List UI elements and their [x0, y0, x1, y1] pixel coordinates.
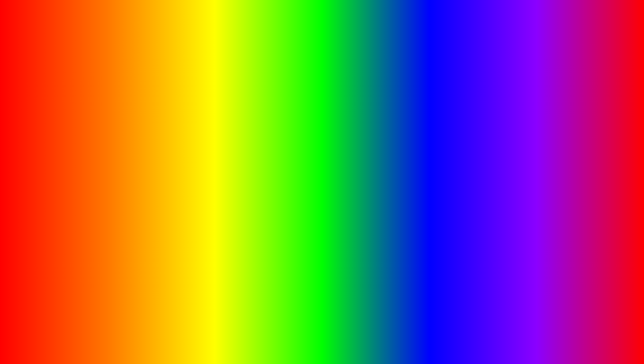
- adel-close[interactable]: ✕: [284, 135, 288, 140]
- adel-nav-farm[interactable]: Farm: [137, 155, 170, 165]
- update-text-line1: [UPDATE 4.8 🎃: [510, 162, 609, 170]
- feature-auto-sea-king-hop: Auto Sea King Hop: [171, 168, 292, 180]
- type-farm-dropdown[interactable]: Above ▼: [120, 117, 242, 127]
- feature-auto-sea-king-checkbox[interactable]: [281, 158, 287, 164]
- adel-controls: — ✕: [277, 135, 288, 140]
- sidebar-item-item2[interactable]: Item 2: [75, 135, 115, 144]
- bg-hunt-text: HUNT: [207, 237, 437, 321]
- type-farm-label: Type Farm: [120, 111, 242, 115]
- chevron-down-icon: ▼: [234, 120, 238, 125]
- panel-logo-line2: LEGACY: [585, 149, 610, 156]
- bottom-text: UPDATE 4.8.1 SCRIPT PASTEBIN: [16, 317, 628, 351]
- nav-circle-farm: [141, 159, 144, 162]
- feature-auto-sea-king: Auto Sea King: [171, 155, 292, 168]
- feature-auto-sea-king-hop-label: Auto Sea King Hop: [175, 171, 212, 176]
- main-setting-close[interactable]: ✕: [238, 97, 244, 103]
- sidebar-item-level[interactable]: Level: [75, 117, 115, 126]
- feature-auto-farm-label: Auto Farm: [175, 147, 196, 152]
- pumpkin-left-eye: [571, 318, 579, 325]
- update-bracket: [UPDATE 4.8: [510, 163, 548, 169]
- dropdown-value: Above: [124, 120, 136, 125]
- pumpkin-tooth-1: [568, 339, 573, 345]
- main-setting-minimize[interactable]: —: [229, 97, 235, 103]
- feature-auto-hydra-sea-king-checkbox[interactable]: [281, 195, 287, 201]
- main-setting-controls: — ✕: [229, 97, 244, 103]
- pumpkin-face: [561, 315, 615, 348]
- feature-auto-hydra-sea-king-hop-label: Auto Hydra Sea King Hop: [175, 208, 225, 213]
- feature-auto-chest-sea-king-checkbox[interactable]: [281, 183, 287, 189]
- adel-footer: Sky: [171, 218, 292, 230]
- main-title: KING LEGACY: [3, 9, 641, 63]
- feature-auto-hydra-sea-king: Auto Hydra Sea King: [171, 192, 292, 205]
- bt-version: 4.8.1: [144, 317, 211, 351]
- adel-minimize[interactable]: —: [277, 135, 281, 140]
- pumpkin-tooth-3: [603, 339, 608, 345]
- sidebar-item-raid[interactable]: Raid: [75, 171, 115, 180]
- pumpkin-mouth: [566, 335, 610, 345]
- adel-nav-main-label: Main: [146, 148, 156, 153]
- feature-auto-sea-king-hop-checkbox[interactable]: [281, 171, 287, 177]
- sidebar-item-island[interactable]: Island: [75, 144, 115, 153]
- main-setting-title: King Legacy: [78, 98, 104, 103]
- feature-auto-chest-sea-king-label: Auto Chest Sea King: [175, 184, 216, 189]
- pumpkin-nose: [586, 326, 590, 332]
- nav-circle-main: [141, 149, 144, 152]
- update-panel-image: KING'S LEGACY 🎃: [506, 99, 614, 159]
- pumpkin-tooth-2: [586, 339, 590, 345]
- sidebar-section-title: Main Setting: [75, 109, 115, 117]
- sidebar-item-localplayer[interactable]: LocalPlayer: [75, 153, 115, 162]
- feature-auto-farm: Auto Farm ✓: [171, 143, 292, 155]
- adel-content: Auto Farm ✓ Auto Sea King Auto Sea King …: [171, 143, 292, 230]
- update-panel-footer: [UPDATE 4.8 🎃 🔴] King Legacy: [506, 159, 614, 179]
- feature-auto-sea-king-label: Auto Sea King: [175, 159, 203, 164]
- feature-auto-hydra-sea-king-label: Auto Hydra Sea King: [175, 196, 216, 201]
- panel-logo: KING'S LEGACY: [585, 140, 610, 156]
- pumpkin-body: [558, 308, 611, 355]
- panel-pumpkin-icon: 🎃: [598, 102, 610, 114]
- sidebar-item-misc[interactable]: Misc: [75, 162, 115, 171]
- pumpkin-decoration: [555, 295, 615, 355]
- feature-auto-hydra-sea-king-hop: Auto Hydra Sea King Hop: [171, 205, 292, 217]
- svg-point-1: [176, 226, 181, 227]
- feature-auto-chest-sea-king: Auto Chest Sea King: [171, 180, 292, 192]
- adel-hub-window: King Legacy (Adel Hub) — ✕ Main Farm Aut…: [136, 131, 293, 231]
- main-setting-titlebar: King Legacy — ✕: [75, 95, 247, 105]
- main-setting-sidebar: Main Setting Level Item Item 2 Island Lo…: [75, 105, 115, 201]
- adel-sidebar: Main Farm: [137, 143, 171, 230]
- avatar: [175, 221, 182, 228]
- svg-point-0: [177, 222, 180, 225]
- bt-pastebin: PASTEBIN: [334, 317, 484, 351]
- adel-nav-farm-label: Farm: [146, 158, 157, 163]
- update-panel: KING'S LEGACY 🎃 [UPDATE 4.8 🎃 🔴] King Le…: [505, 98, 615, 180]
- footer-username: Sky: [185, 222, 191, 227]
- checkmark-icon: ✓: [283, 147, 286, 151]
- bt-update: UPDATE: [16, 317, 137, 351]
- adel-titlebar: King Legacy (Adel Hub) — ✕: [137, 132, 292, 142]
- update-text-line2: 🔴] King Legacy: [510, 170, 609, 176]
- pumpkin-right-eye: [597, 318, 605, 325]
- feature-auto-hydra-sea-king-hop-checkbox[interactable]: [281, 208, 287, 214]
- adel-title: King Legacy (Adel Hub): [141, 135, 190, 140]
- background-area: HUNT KING LEGACY King Legacy — ✕ Main Se…: [3, 3, 641, 361]
- feature-auto-farm-checkbox[interactable]: ✓: [281, 146, 287, 152]
- sidebar-item-item[interactable]: Item: [75, 126, 115, 135]
- adel-nav-main[interactable]: Main: [137, 146, 170, 155]
- panel-logo-line1: KING'S: [585, 140, 610, 149]
- bt-script: SCRIPT: [218, 317, 328, 351]
